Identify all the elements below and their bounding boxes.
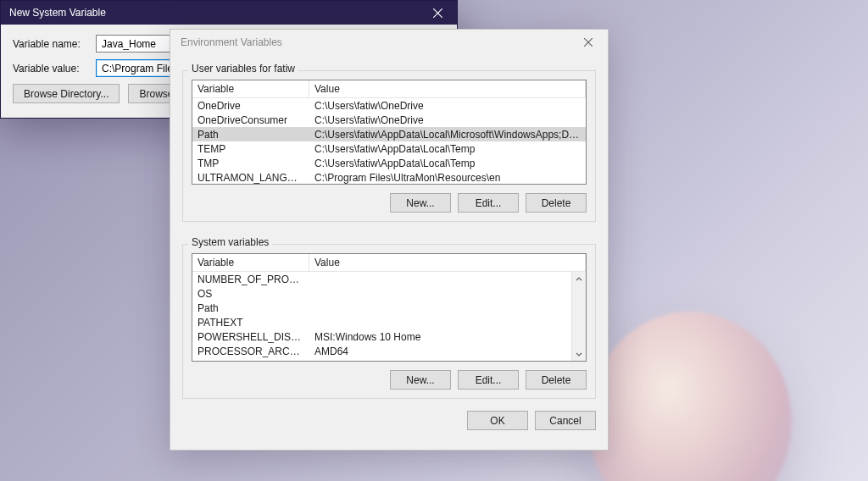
cell-variable: OS <box>192 287 309 301</box>
user-variables-fieldset: User variables for fatiw Variable Value … <box>182 70 596 222</box>
variable-name-label: Variable name: <box>13 38 96 50</box>
environment-variables-window: Environment Variables User variables for… <box>170 29 609 451</box>
table-row[interactable]: Path <box>192 301 586 315</box>
env-body: User variables for fatiw Variable Value … <box>170 55 608 439</box>
system-variables-fieldset: System variables Variable Value NUMBER_O… <box>182 244 596 399</box>
system-delete-button[interactable]: Delete <box>526 370 587 390</box>
table-row[interactable]: POWERSHELL_DISTRIBUTIO...MSI:Windows 10 … <box>192 329 586 344</box>
nsv-title: New System Variable <box>9 7 420 19</box>
cell-value: C:\Users\fatiw\AppData\Local\Temp <box>309 157 586 170</box>
cell-variable: POWERSHELL_DISTRIBUTIO... <box>192 330 309 344</box>
cell-value: C:\Program Files\UltraMon\Resources\en <box>309 171 586 185</box>
user-variables-legend: User variables for fatiw <box>188 63 298 75</box>
user-variables-table[interactable]: Variable Value OneDriveC:\Users\fatiw\On… <box>192 80 587 185</box>
cell-value: MSI:Windows 10 Home <box>309 330 586 344</box>
cell-value <box>309 307 586 309</box>
system-edit-button[interactable]: Edit... <box>458 370 519 390</box>
cell-variable: TEMP <box>192 142 309 156</box>
cell-variable: NUMBER_OF_PROCESSORS <box>192 273 309 286</box>
nsv-titlebar[interactable]: New System Variable <box>1 1 457 25</box>
user-delete-button[interactable]: Delete <box>526 193 587 213</box>
table-header: Variable Value <box>192 254 586 272</box>
cell-variable: Path <box>192 301 309 315</box>
table-row[interactable]: OneDriveConsumerC:\Users\fatiw\OneDrive <box>192 113 586 127</box>
col-value-header[interactable]: Value <box>309 254 586 271</box>
cell-variable: ULTRAMON_LANGDIR <box>192 171 309 185</box>
cell-variable: Path <box>192 128 309 141</box>
scroll-down-icon[interactable] <box>572 346 586 361</box>
cell-value <box>309 293 586 295</box>
cell-value: C:\Users\fatiw\AppData\Local\Microsoft\W… <box>309 128 586 141</box>
cell-variable: TMP <box>192 157 309 170</box>
system-variables-legend: System variables <box>188 236 272 248</box>
table-row[interactable]: PATHEXT <box>192 315 586 329</box>
col-variable-header[interactable]: Variable <box>192 254 309 271</box>
close-icon[interactable] <box>420 1 455 25</box>
col-value-header[interactable]: Value <box>309 80 586 97</box>
table-header: Variable Value <box>192 80 586 98</box>
system-button-row: New... Edit... Delete <box>192 370 587 390</box>
cell-variable: PATHEXT <box>192 316 309 329</box>
cell-value: AMD64 <box>309 345 586 358</box>
cell-variable: OneDriveConsumer <box>192 113 309 127</box>
system-new-button[interactable]: New... <box>390 370 451 390</box>
cell-variable: PROCESSOR_ARCHITECTURE <box>192 345 309 358</box>
scroll-up-icon[interactable] <box>572 272 586 286</box>
background-blob <box>588 312 792 481</box>
env-dialog-buttons: OK Cancel <box>182 411 596 430</box>
cell-value <box>309 322 586 323</box>
vertical-scrollbar[interactable] <box>571 272 586 361</box>
variable-value-label: Variable value: <box>13 63 96 75</box>
table-row[interactable]: PROCESSOR_IDENTIFIERIntel64 Family 6 Mod… <box>192 358 586 362</box>
user-edit-button[interactable]: Edit... <box>458 193 519 213</box>
cell-value: C:\Users\fatiw\OneDrive <box>309 99 586 113</box>
table-row[interactable]: TMPC:\Users\fatiw\AppData\Local\Temp <box>192 156 586 170</box>
cell-value: C:\Users\fatiw\AppData\Local\Temp <box>309 142 586 156</box>
table-row[interactable]: OneDriveC:\Users\fatiw\OneDrive <box>192 98 586 113</box>
close-icon[interactable] <box>574 31 603 53</box>
user-new-button[interactable]: New... <box>390 193 451 213</box>
browse-directory-button[interactable]: Browse Directory... <box>13 84 120 103</box>
table-row[interactable]: NUMBER_OF_PROCESSORS <box>192 272 586 286</box>
table-row[interactable]: ULTRAMON_LANGDIRC:\Program Files\UltraMo… <box>192 170 586 185</box>
cell-value <box>309 279 586 280</box>
system-variables-table[interactable]: Variable Value NUMBER_OF_PROCESSORSOSPat… <box>192 253 587 362</box>
user-button-row: New... Edit... Delete <box>192 193 587 213</box>
cell-variable: OneDrive <box>192 99 309 113</box>
cell-variable: PROCESSOR_IDENTIFIER <box>192 359 309 362</box>
cell-value: Intel64 Family 6 Model 94 Stepping 3, Ge… <box>309 359 586 362</box>
table-row[interactable]: PathC:\Users\fatiw\AppData\Local\Microso… <box>192 127 586 141</box>
env-window-title: Environment Variables <box>181 36 574 48</box>
cell-value: C:\Users\fatiw\OneDrive <box>309 113 586 127</box>
env-cancel-button[interactable]: Cancel <box>535 411 596 430</box>
table-row[interactable]: PROCESSOR_ARCHITECTUREAMD64 <box>192 344 586 358</box>
table-row[interactable]: TEMPC:\Users\fatiw\AppData\Local\Temp <box>192 141 586 156</box>
table-row[interactable]: OS <box>192 286 586 301</box>
env-ok-button[interactable]: OK <box>467 411 528 430</box>
env-titlebar[interactable]: Environment Variables <box>170 30 608 55</box>
col-variable-header[interactable]: Variable <box>192 80 309 97</box>
